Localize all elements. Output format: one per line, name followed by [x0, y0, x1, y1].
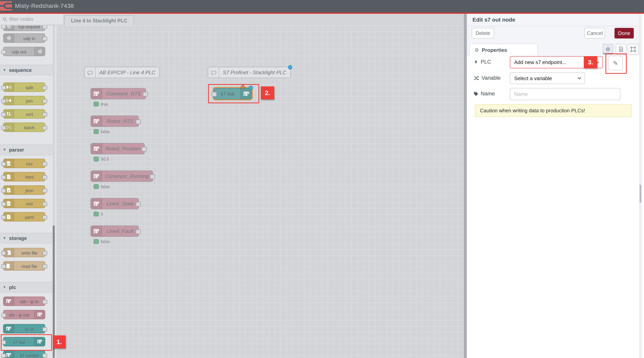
- status-dot: [94, 239, 99, 244]
- palette-node-eth-ip-in[interactable]: eth - ip in: [3, 297, 45, 306]
- input-port: [1, 126, 6, 130]
- variable-select[interactable]: Select a variable: [510, 72, 585, 84]
- palette-node-udp-out[interactable]: udp out: [3, 47, 45, 56]
- output-port: [42, 162, 47, 166]
- tag-icon: [474, 91, 478, 96]
- squarewave-icon: [4, 297, 14, 306]
- canvas-node-Robot_Position[interactable]: Robot_Position: [90, 143, 145, 154]
- annotation-badge-2: 2.: [261, 86, 274, 99]
- annotation-badge-3: 3.: [584, 57, 597, 68]
- output-port: [42, 264, 47, 269]
- cancel-button[interactable]: Cancel: [584, 28, 605, 38]
- palette-node-join[interactable]: join: [3, 96, 45, 105]
- name-field-label: Name: [474, 91, 495, 97]
- palette-node-eth-ip-out[interactable]: eth - ip out: [3, 310, 45, 319]
- input-port: [1, 175, 6, 179]
- input-port: [1, 251, 6, 255]
- tab-properties[interactable]: ⚙ Properties: [469, 44, 538, 56]
- node-status: false: [94, 184, 110, 189]
- description-icon-button[interactable]: [616, 44, 626, 55]
- palette-node-batch[interactable]: batch: [3, 123, 45, 132]
- svg-text:Y: Y: [8, 216, 9, 218]
- canvas-node-Robot_RTS[interactable]: Robot_RTS: [90, 116, 139, 127]
- app-title: Misty-Redshank-7438: [15, 0, 74, 12]
- output-port: [42, 327, 47, 332]
- canvas-node-Line4_State[interactable]: Line4_State: [90, 198, 139, 209]
- output-port: [42, 251, 47, 255]
- variable-field-label: Variable: [474, 75, 500, 81]
- palette-search-placeholder: filter nodes: [10, 16, 34, 22]
- palette-node-read-file[interactable]: read file: [3, 261, 45, 271]
- input-port: [1, 25, 6, 29]
- palette-node-udp-in[interactable]: udp in: [3, 33, 45, 43]
- squarewave-icon: [91, 143, 102, 154]
- delete-button[interactable]: Delete: [472, 28, 494, 38]
- annotation-box-3: [606, 53, 627, 74]
- svg-text:1,2: 1,2: [7, 163, 10, 165]
- palette-section-sequence[interactable]: ▼ sequence: [0, 65, 53, 75]
- done-button[interactable]: Done: [614, 28, 634, 38]
- input-port: [1, 354, 6, 358]
- canvas-node-Conveyor_Running[interactable]: Conveyor_Running: [90, 171, 153, 182]
- output-port: [142, 147, 147, 152]
- node-status: false: [94, 129, 110, 134]
- input-port: [1, 188, 6, 193]
- appearance-icon-button[interactable]: [628, 44, 638, 55]
- chevron-down-icon: ▼: [3, 68, 6, 72]
- palette-node-json[interactable]: {}json: [3, 185, 45, 195]
- tray-divider: [467, 26, 639, 26]
- app-header: Misty-Redshank-7438: [0, 0, 644, 12]
- output-port: [150, 175, 155, 179]
- output-port: [42, 175, 47, 179]
- appearance-icon: [630, 46, 636, 52]
- canvas-node-Conveyor_RTS[interactable]: Conveyor_RTS: [90, 88, 146, 99]
- output-port: [42, 112, 47, 117]
- palette-node-s7-in[interactable]: s7 in: [3, 324, 45, 334]
- palette-node-html[interactable]: <>html: [3, 172, 45, 181]
- svg-text:<>: <>: [8, 176, 10, 178]
- canvas-node-Line4_Fault[interactable]: Line4_Fault: [90, 225, 139, 237]
- input-port: [1, 112, 6, 117]
- comment-node[interactable]: S7 Profinet - Stacklight PLC: [208, 67, 291, 78]
- tray-scrollbar-thumb[interactable]: [640, 184, 641, 203]
- output-port: [42, 354, 47, 358]
- properties-icon-button[interactable]: ⚙: [603, 44, 613, 55]
- input-port: [1, 99, 6, 103]
- edit-tray-title: Edit s7 out node: [472, 14, 515, 26]
- palette-node-yaml[interactable]: Yyaml: [3, 212, 45, 221]
- comment-bubble-icon: [84, 67, 96, 78]
- palette-node-tcp-request[interactable]: tcp request: [3, 25, 45, 31]
- palette-search-input[interactable]: filter nodes: [0, 14, 64, 25]
- changed-indicator: [288, 65, 292, 69]
- canvas-panel-divider[interactable]: [464, 14, 466, 358]
- comment-node[interactable]: AB EIP/CIP - Line 4 PLC: [84, 67, 160, 78]
- flow-tab[interactable]: Line 4 to Stacklight PLC: [64, 15, 134, 26]
- chevron-down-icon: [578, 77, 582, 79]
- palette-node-xml[interactable]: <>xml: [3, 199, 45, 208]
- status-dot: [94, 211, 99, 216]
- node-red-app: Misty-Redshank-7438 filter nodes Line 4 …: [0, 0, 644, 358]
- document-icon: [618, 46, 624, 52]
- palette-node-s7-control[interactable]: s7 control: [3, 350, 45, 358]
- palette-node-sort[interactable]: sort: [3, 109, 45, 119]
- status-dot: [94, 129, 99, 134]
- palette-node-write-file[interactable]: write file: [3, 248, 45, 257]
- input-port: [1, 50, 6, 54]
- flow-canvas[interactable]: AB EIP/CIP - Line 4 PLC S7 Profinet - St…: [56, 25, 466, 358]
- chevron-down-icon: ▼: [3, 236, 6, 240]
- input-port: [1, 313, 6, 317]
- node-palette: tcp request udp in udp out▼ sequence spl…: [0, 25, 57, 358]
- wave-icon: [4, 34, 14, 42]
- palette-node-split[interactable]: split: [3, 82, 45, 92]
- annotation-badge-1: 1.: [53, 336, 66, 348]
- status-dot: [94, 102, 99, 106]
- palette-node-csv[interactable]: 1,2csv: [3, 159, 45, 168]
- input-port: [1, 162, 6, 166]
- palette-section-plc[interactable]: ▼ plc: [0, 282, 53, 293]
- app-logo-icon: [0, 1, 12, 10]
- palette-section-storage[interactable]: ▼ storage: [0, 233, 53, 243]
- name-input[interactable]: [510, 88, 620, 100]
- palette-section-parser[interactable]: ▼ parser: [0, 145, 53, 155]
- shuffle-icon: [474, 76, 479, 80]
- svg-text:<>: <>: [8, 203, 10, 205]
